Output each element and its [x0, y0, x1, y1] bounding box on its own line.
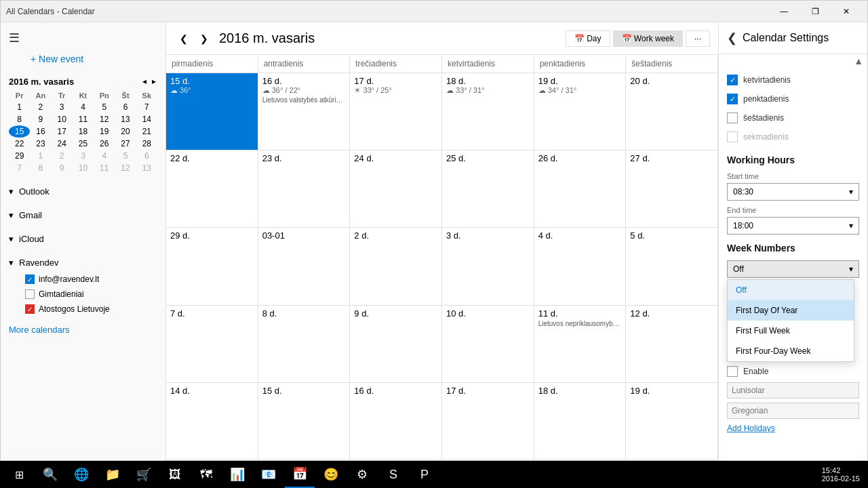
mini-cal-day[interactable]: 3	[52, 101, 73, 113]
mini-cal-day[interactable]: 8	[30, 162, 51, 174]
cal-cell[interactable]: 20 d.	[626, 73, 718, 150]
sidebar-item-outlook[interactable]: ▾ Outlook	[1, 182, 165, 201]
gregorian-input[interactable]	[727, 403, 859, 419]
cal-cell[interactable]: 8 d.	[258, 306, 351, 382]
checkbox-sekmadienis[interactable]	[727, 131, 738, 142]
cal-cell[interactable]: 16 d.	[350, 383, 442, 460]
cal-cell[interactable]: 25 d.	[442, 150, 534, 227]
cell-event[interactable]: Lietuvos nepriklausomybės atk	[538, 320, 622, 327]
cal-cell[interactable]: 9 d.	[350, 306, 442, 382]
taskbar-excel[interactable]: 📊	[222, 461, 252, 488]
mini-cal-day[interactable]: 10	[52, 113, 73, 125]
dropdown-first-day-of-year[interactable]: First Day Of Year	[728, 300, 854, 321]
cal-cell[interactable]: 16 d.☁ 36° / 22°Lietuvos valstybės atkūr…	[258, 73, 351, 150]
lunisolar-input[interactable]	[727, 382, 859, 399]
taskbar-store[interactable]: 🛒	[129, 461, 159, 488]
start-time-select[interactable]: 08:30 ▾	[727, 183, 859, 201]
mini-cal-day[interactable]: 9	[52, 162, 73, 174]
mini-cal-day[interactable]: 21	[136, 125, 157, 138]
checkbox-enable[interactable]	[727, 366, 738, 377]
mini-cal-day[interactable]: 12	[94, 113, 115, 125]
mini-cal-day[interactable]: 15	[9, 125, 30, 138]
taskbar-mail[interactable]: 📧	[254, 461, 283, 488]
sidebar-item-gmail[interactable]: ▾ Gmail	[1, 206, 165, 224]
mini-cal-day[interactable]: 10	[73, 162, 94, 174]
mini-cal-next[interactable]: ▸	[151, 75, 157, 87]
cal-cell[interactable]: 17 d.	[442, 383, 534, 460]
new-event-button[interactable]: + New event	[1, 48, 165, 70]
cal-cell[interactable]: 19 d.☁ 34° / 31°	[534, 73, 627, 150]
mini-cal-day[interactable]: 16	[30, 125, 51, 138]
mini-cal-day[interactable]: 3	[73, 150, 94, 162]
mini-cal-day[interactable]: 4	[94, 150, 115, 162]
mini-cal-day[interactable]: 19	[94, 125, 115, 138]
cal-cell[interactable]: 22 d.	[166, 150, 258, 227]
mini-cal-prev[interactable]: ◂	[141, 75, 148, 87]
add-holidays-link[interactable]: Add Holidays	[727, 424, 775, 433]
cal-prev-button[interactable]: ❮	[174, 30, 193, 47]
mini-cal-day[interactable]: 1	[9, 101, 30, 113]
mini-cal-day[interactable]: 29	[9, 150, 30, 162]
close-button[interactable]: ✕	[831, 1, 862, 22]
day-view-button[interactable]: 📅 Day	[566, 30, 610, 47]
checkbox-gimtadieniai[interactable]	[25, 289, 35, 299]
mini-cal-day[interactable]: 6	[136, 150, 157, 162]
cal-cell[interactable]: 23 d.	[258, 150, 351, 227]
mini-cal-day[interactable]: 9	[30, 113, 51, 125]
cal-cell[interactable]: 7 d.	[166, 306, 258, 382]
cal-cell[interactable]: 2 d.	[350, 228, 442, 304]
cal-cell[interactable]: 15 d.☁ 36°	[166, 73, 258, 150]
cal-cell[interactable]: 27 d.	[626, 150, 718, 227]
mini-cal-day[interactable]: 23	[30, 138, 51, 150]
start-button[interactable]: ⊞	[3, 461, 35, 488]
mini-cal-day[interactable]: 27	[115, 138, 136, 150]
cell-event[interactable]: Lietuvos valstybės atkūrimo die	[262, 96, 346, 104]
taskbar-skype[interactable]: S	[378, 461, 408, 488]
taskbar-explorer[interactable]: 📁	[98, 461, 127, 488]
taskbar-settings[interactable]: ⚙	[347, 461, 377, 488]
mini-cal-day[interactable]: 26	[94, 138, 115, 150]
mini-cal-day[interactable]: 5	[94, 101, 115, 113]
more-calendars-link[interactable]: More calendars	[1, 319, 165, 340]
cal-cell[interactable]: 14 d.	[166, 383, 258, 460]
mini-cal-day[interactable]: 6	[115, 101, 136, 113]
taskbar-edge[interactable]: 🌐	[66, 461, 96, 488]
mini-cal-day[interactable]: 24	[52, 138, 73, 150]
dropdown-first-full-week[interactable]: First Full Week	[728, 321, 854, 341]
mini-cal-day[interactable]: 8	[9, 113, 30, 125]
hamburger-icon[interactable]: ☰	[9, 30, 31, 45]
checkbox-ketvirtadienis[interactable]: ✓	[727, 75, 738, 85]
more-views-button[interactable]: ···	[686, 30, 710, 47]
cal-cell[interactable]: 12 d.	[626, 306, 718, 382]
cal-cell[interactable]: 5 d.	[626, 228, 718, 304]
mini-cal-day[interactable]: 22	[9, 138, 30, 150]
checkbox-penktadienis[interactable]: ✓	[727, 94, 738, 104]
cal-cell[interactable]: 4 d.	[534, 228, 627, 304]
sidebar-item-icloud[interactable]: ▾ iCloud	[1, 230, 165, 248]
mini-cal-day[interactable]: 17	[52, 125, 73, 138]
mini-cal-day[interactable]: 28	[136, 138, 157, 150]
mini-cal-day[interactable]: 5	[115, 150, 136, 162]
minimize-button[interactable]: —	[768, 1, 800, 22]
week-numbers-select[interactable]: Off ▾	[727, 260, 859, 278]
checkbox-info[interactable]: ✓	[25, 274, 35, 284]
mini-cal-day[interactable]: 13	[136, 162, 157, 174]
dropdown-first-four-day-week[interactable]: First Four-Day Week	[728, 341, 854, 361]
maximize-button[interactable]: ❐	[800, 1, 831, 22]
cal-cell[interactable]: 26 d.	[534, 150, 627, 227]
checkbox-sestadieniai[interactable]	[727, 113, 738, 123]
cal-cell[interactable]: 11 d.Lietuvos nepriklausomybės atk	[534, 306, 627, 382]
mini-cal-day[interactable]: 2	[30, 101, 51, 113]
workweek-view-button[interactable]: 📅 Work week	[613, 30, 683, 47]
cal-cell[interactable]: 3 d.	[442, 228, 534, 304]
cal-cell[interactable]: 03-01	[258, 228, 351, 304]
mini-cal-day[interactable]: 2	[52, 150, 73, 162]
taskbar-people[interactable]: 😊	[316, 461, 346, 488]
cal-cell[interactable]: 10 d.	[442, 306, 534, 382]
mini-cal-day[interactable]: 14	[136, 113, 157, 125]
mini-cal-day[interactable]: 12	[115, 162, 136, 174]
scroll-up-button[interactable]: ▲	[719, 54, 867, 68]
taskbar-calendar[interactable]: 📅	[285, 461, 315, 488]
cal-cell[interactable]: 29 d.	[166, 228, 258, 304]
mini-cal-day[interactable]: 7	[9, 162, 30, 174]
